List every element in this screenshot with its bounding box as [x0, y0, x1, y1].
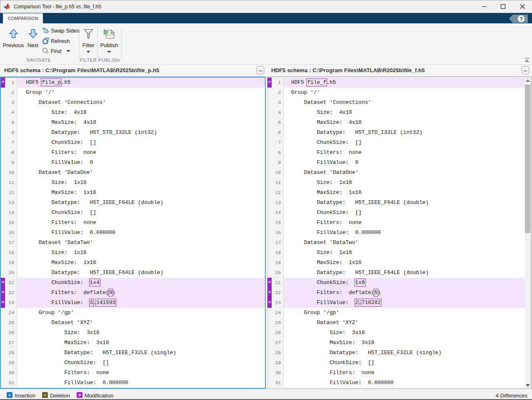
- svg-text:?: ?: [520, 16, 523, 22]
- svg-text:</>: </>: [107, 33, 113, 37]
